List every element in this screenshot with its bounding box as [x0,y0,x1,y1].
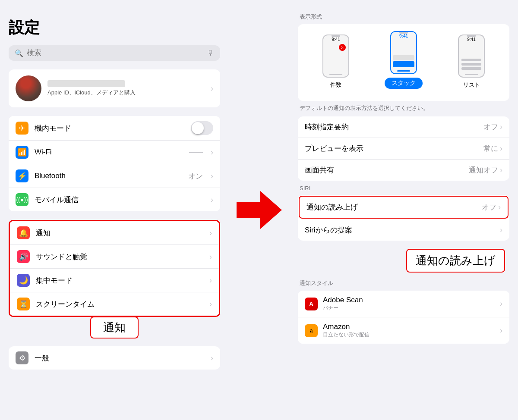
amazon-icon: a [305,324,318,337]
cellular-chevron-icon: › [211,195,213,204]
screentime-chevron-icon: › [209,300,212,309]
general-label: 一般 [35,353,205,363]
screen-share-label: 画面共有 [305,165,469,175]
general-row[interactable]: ⚙ 一般 › [9,346,220,370]
right-settings-card: 時刻指定要約 オフ › プレビューを表示 常に › 画面共有 通知オフ › [298,116,509,181]
page-title: 設定 [9,17,220,38]
adobe-scan-icon: A [305,298,318,310]
siri-suggestions-chevron: › [500,226,502,235]
tsuuchi-yomage-row[interactable]: 通知の読み上げ オフ › [299,196,509,219]
airplane-mode-row[interactable]: ✈ 機内モード [9,116,220,141]
group2-wrapper: 🔔 通知 › 🔊 サウンドと触覚 › 🌙 集中モード › ⏳ スクリーンタイム … [9,220,220,317]
preview-chevron: › [500,144,502,153]
phone-notch [332,35,340,37]
time-summary-chevron: › [500,122,502,132]
notification-style-label: 通知スタイル [300,279,509,287]
profile-card[interactable]: Apple ID、iCloud、メディアと購入 › [9,69,220,107]
notifications-label: 通知 [36,228,203,238]
avatar [16,75,41,101]
wifi-value: ━━━━ [189,149,203,156]
cellular-label: モバイル通信 [35,195,205,205]
sound-icon: 🔊 [17,250,30,263]
phone-bottom-bar [329,74,342,75]
list-phone: 9:41 [458,34,485,78]
display-option-count[interactable]: 9:41 3 件数 [322,34,349,89]
cellular-icon: ((●)) [16,193,28,206]
adobe-scan-sub: バナー [323,304,495,312]
wifi-icon: 📶 [16,146,28,159]
list-lines [461,59,481,72]
profile-chevron-icon: › [211,84,213,93]
search-icon: 🔍 [15,49,23,57]
arrow-section [229,0,289,420]
notifications-chevron-icon: › [209,229,212,238]
settings-group-3: ⚙ 一般 › [9,346,220,370]
sound-chevron-icon: › [209,252,212,261]
bluetooth-row[interactable]: ⚡ Bluetooth オン › [9,164,220,188]
tsuuchi-yomage-chevron: › [498,203,501,212]
gear-icon: ⚙ [16,351,28,364]
count-label: 件数 [330,81,341,89]
sound-row[interactable]: 🔊 サウンドと触覚 › [10,245,219,269]
right-panel: 表示形式 9:41 3 件数 9:41 [289,0,518,420]
profile-info: Apple ID、iCloud、メディアと購入 [47,80,205,97]
tsuuchi-yomage-label: 通知の読み上げ [306,202,482,212]
general-chevron-icon: › [211,354,213,363]
left-panel: 設定 🔍 🎙 Apple ID、iCloud、メディアと購入 › ✈ 機内モード… [0,0,229,420]
time-summary-label: 時刻指定要約 [305,122,483,132]
cellular-row[interactable]: ((●)) モバイル通信 › [9,188,220,211]
screentime-label: スクリーンタイム [36,299,203,309]
amazon-sub: 目立たない形で配信 [323,331,495,339]
siri-card: 通知の読み上げ オフ › Siriからの提案 › [298,195,509,241]
display-options: 9:41 3 件数 9:41 スタック [305,31,502,89]
profile-row[interactable]: Apple ID、iCloud、メディアと購入 › [9,69,220,107]
notifications-row[interactable]: 🔔 通知 › [10,221,219,245]
right-arrow [237,191,282,229]
arrow-body [237,202,260,218]
siri-suggestions-row[interactable]: Siriからの提案 › [298,219,509,241]
display-option-stack[interactable]: 9:41 スタック [385,31,423,89]
bluetooth-icon: ⚡ [16,169,28,182]
sound-label: サウンドと触覚 [36,252,203,262]
amazon-row[interactable]: a Amazon 目立たない形で配信 › [298,317,509,344]
tsuuchi-yomage-value: オフ [482,202,496,212]
amazon-name: Amazon [323,323,495,331]
search-input[interactable] [27,49,204,57]
stack-selected-badge[interactable]: スタック [385,78,423,89]
time-summary-value: オフ [483,122,498,132]
adobe-scan-info: Adobe Scan バナー [323,296,495,312]
siri-group-wrapper: 通知の読み上げ オフ › Siriからの提案 › 通知の読み上げ [298,195,509,241]
bell-icon: 🔔 [17,226,30,239]
wifi-row[interactable]: 📶 Wi-Fi ━━━━ › [9,141,220,164]
tsuuchi-yomage-callout: 通知の読み上げ [406,249,505,273]
airplane-toggle[interactable] [191,121,213,135]
focus-row[interactable]: 🌙 集中モード › [10,269,219,292]
screen-share-chevron: › [500,166,502,175]
adobe-scan-chevron: › [500,299,502,308]
settings-group-1: ✈ 機内モード 📶 Wi-Fi ━━━━ › ⚡ Bluetooth オン › … [9,116,220,211]
amazon-info: Amazon 目立たない形で配信 [323,323,495,339]
time-summary-row[interactable]: 時刻指定要約 オフ › [298,116,509,138]
airplane-icon: ✈ [16,122,28,135]
bluetooth-value: オン [188,171,203,181]
stack-bottom-bar [397,70,410,72]
siri-suggestions-label: Siriからの提案 [305,225,500,235]
settings-group-2: 🔔 通知 › 🔊 サウンドと触覚 › 🌙 集中モード › ⏳ スクリーンタイム … [9,220,220,317]
preview-row[interactable]: プレビューを表示 常に › [298,138,509,160]
stack-notification [393,55,414,68]
screentime-row[interactable]: ⏳ スクリーンタイム › [10,292,219,316]
search-bar[interactable]: 🔍 🎙 [9,45,220,61]
apps-card: A Adobe Scan バナー › a Amazon 目立たない形で配信 › [298,291,509,344]
profile-name-blur [47,80,125,87]
screen-share-row[interactable]: 画面共有 通知オフ › [298,160,509,181]
display-option-list[interactable]: 9:41 リスト [458,34,485,89]
bluetooth-chevron-icon: › [211,172,213,181]
adobe-scan-row[interactable]: A Adobe Scan バナー › [298,291,509,317]
siri-section-label: SIRI [300,185,509,191]
preview-label: プレビューを表示 [305,144,483,154]
bluetooth-label: Bluetooth [35,172,182,180]
focus-chevron-icon: › [209,276,212,285]
stack-phone: 9:41 [390,31,417,74]
moon-icon: 🌙 [17,274,30,287]
adobe-scan-name: Adobe Scan [323,296,495,304]
